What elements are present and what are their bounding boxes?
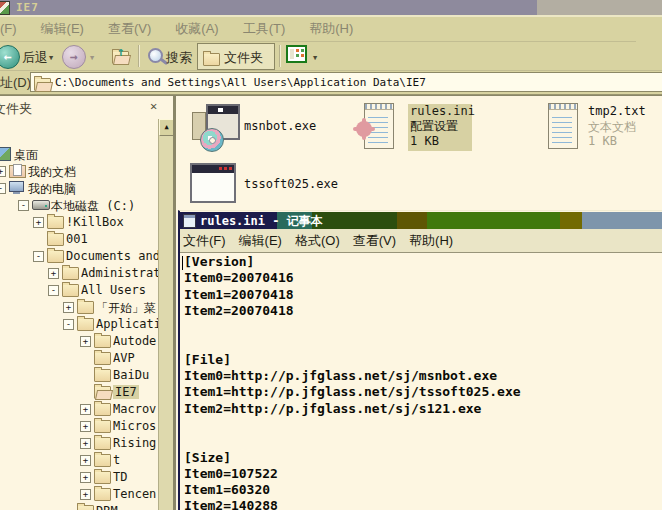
tree-item-application-data[interactable]: - Applicati [0, 315, 160, 332]
tree-label: 「开始」菜 [96, 300, 156, 315]
tree-item-ie7-selected[interactable]: IE7 [0, 383, 160, 400]
text-caret [182, 256, 183, 270]
titlebar-segment [427, 212, 560, 229]
tree-item-tencent[interactable]: + Tencen [0, 485, 160, 502]
forward-dropdown-caret[interactable]: ▼ [90, 54, 94, 62]
forward-button-icon[interactable]: → [62, 45, 86, 69]
file-tile-tssoft025[interactable]: tssoft025.exe [182, 161, 362, 211]
installer-icon [192, 104, 240, 152]
folder-icon [62, 267, 79, 280]
folder-icon [94, 437, 111, 450]
tree-item-rising[interactable]: + Rising [0, 434, 160, 451]
folders-button-label: 文件夹 [224, 49, 263, 67]
gear-icon [356, 121, 372, 137]
tree-label: Administrator [81, 266, 160, 280]
file-name: tssoft025.exe [244, 177, 338, 191]
file-tile-msnbot[interactable]: msnbot.exe [182, 99, 352, 155]
tree-item-killbox[interactable]: + !KillBox [0, 213, 160, 230]
tree-item-documents-and-settings[interactable]: - Documents and Se [0, 247, 160, 264]
tree-item-drm[interactable]: DRM [0, 502, 160, 510]
np-menu-view[interactable]: 查看(V) [353, 232, 396, 250]
tree-item-local-disk-c[interactable]: - 本地磁盘 (C:) [0, 196, 160, 213]
my-computer-icon [9, 181, 24, 192]
tree-label: All Users [81, 283, 146, 297]
tree-label: Micros [113, 419, 156, 433]
expand-toggle[interactable]: - [0, 183, 6, 194]
tree-item-autodesk[interactable]: + Autode [0, 332, 160, 349]
tree-item-all-users[interactable]: - All Users [0, 281, 160, 298]
expand-toggle[interactable]: + [80, 421, 91, 432]
sidebar-header: 文件夹 ✕ [0, 96, 176, 118]
drive-icon [32, 200, 50, 210]
tree-item-macrovision[interactable]: + Macrov [0, 400, 160, 417]
tree-item-start-menu[interactable]: + 「开始」菜 [0, 298, 160, 315]
expand-toggle[interactable]: + [80, 404, 91, 415]
np-menu-file[interactable]: 文件(F) [183, 232, 226, 250]
tree-item-t[interactable]: + t [0, 451, 160, 468]
back-button-icon[interactable]: ← [0, 45, 20, 69]
np-menu-edit[interactable]: 编辑(E) [239, 232, 282, 250]
menu-favorites[interactable]: 收藏(A) [175, 20, 218, 38]
folder-icon [94, 335, 111, 348]
expand-toggle[interactable]: - [33, 251, 44, 262]
back-button-label[interactable]: 后退 [22, 49, 48, 67]
expand-toggle[interactable]: + [80, 336, 91, 347]
tree-item-administrator[interactable]: + Administrator [0, 264, 160, 281]
tree-label: Rising [113, 436, 156, 450]
expand-toggle[interactable]: - [18, 200, 29, 211]
search-icon[interactable] [148, 48, 163, 63]
file-tile-rules-ini[interactable]: rules.ini 配置设置 1 KB [356, 99, 536, 155]
notepad-menubar: 文件(F) 编辑(E) 格式(O) 查看(V) 帮助(H) [180, 229, 662, 253]
tree-item-microsoft[interactable]: + Micros [0, 417, 160, 434]
tree-item-td[interactable]: + TD [0, 468, 160, 485]
explorer-window-icon [0, 1, 10, 15]
menu-help[interactable]: 帮助(H) [309, 20, 353, 38]
sidebar-scrollbar[interactable]: ▲ [158, 119, 173, 510]
scroll-up-icon[interactable]: ▲ [159, 119, 174, 136]
expand-toggle[interactable]: + [80, 489, 91, 500]
tree-item-001[interactable]: 001 [0, 230, 160, 247]
menu-file[interactable]: 文件(F) [0, 20, 17, 38]
tree-label: Applicati [96, 317, 160, 331]
sidebar-close-icon[interactable]: ✕ [150, 99, 157, 113]
expand-toggle[interactable]: + [80, 438, 91, 449]
expand-toggle[interactable]: + [33, 217, 44, 228]
expand-toggle[interactable]: - [48, 285, 59, 296]
titlebar-segment [312, 212, 397, 229]
expand-toggle[interactable]: + [63, 302, 74, 313]
menu-tools[interactable]: 工具(T) [243, 20, 286, 38]
search-button-label[interactable]: 搜索 [166, 49, 192, 67]
expand-toggle[interactable]: + [0, 166, 6, 177]
folders-button-icon [203, 53, 220, 66]
tree-label: 本地磁盘 (C:) [51, 198, 135, 213]
tree-label: Autode [113, 334, 156, 348]
text-file-icon [548, 103, 578, 149]
np-menu-format[interactable]: 格式(O) [295, 232, 340, 250]
file-tile-tmp2-txt[interactable]: tmp2.txt 文本文档 1 KB [542, 99, 662, 155]
notepad-window: rules.ini - 记事本 文件(F) 编辑(E) 格式(O) 查看(V) … [178, 210, 662, 510]
tree-item-my-documents[interactable]: + 我的文档 [0, 162, 160, 179]
menu-view[interactable]: 查看(V) [108, 20, 151, 38]
tree-label: Documents and Se [66, 249, 160, 263]
tree-item-desktop[interactable]: 桌面 [0, 145, 160, 162]
address-input[interactable] [30, 72, 662, 92]
titlebar-segment [560, 212, 582, 229]
notepad-text-area[interactable]: [Version] Item0=20070416 Item1=20070418 … [180, 253, 662, 510]
tree-item-avp[interactable]: AVP [0, 349, 160, 366]
explorer-titlebar[interactable]: IE7 [0, 0, 662, 15]
expand-toggle[interactable]: + [80, 472, 91, 483]
expand-toggle[interactable]: - [63, 319, 74, 330]
views-dropdown-caret[interactable]: ▼ [313, 54, 317, 62]
explorer-toolbar: ← 后退 ▼ → ▼ ↑ 搜索 文件夹 ▼ [0, 42, 662, 71]
folder-icon [47, 250, 64, 263]
views-button-icon[interactable] [286, 45, 308, 64]
menu-edit[interactable]: 编辑(E) [41, 20, 84, 38]
back-dropdown-caret[interactable]: ▼ [49, 54, 53, 62]
folders-toggle-button[interactable]: 文件夹 [197, 43, 275, 70]
toolbar-separator [138, 45, 140, 67]
tree-item-my-computer[interactable]: - 我的电脑 [0, 179, 160, 196]
np-menu-help[interactable]: 帮助(H) [409, 232, 453, 250]
expand-toggle[interactable]: + [80, 455, 91, 466]
tree-item-baidu[interactable]: BaiDu [0, 366, 160, 383]
expand-toggle[interactable]: + [48, 268, 59, 279]
